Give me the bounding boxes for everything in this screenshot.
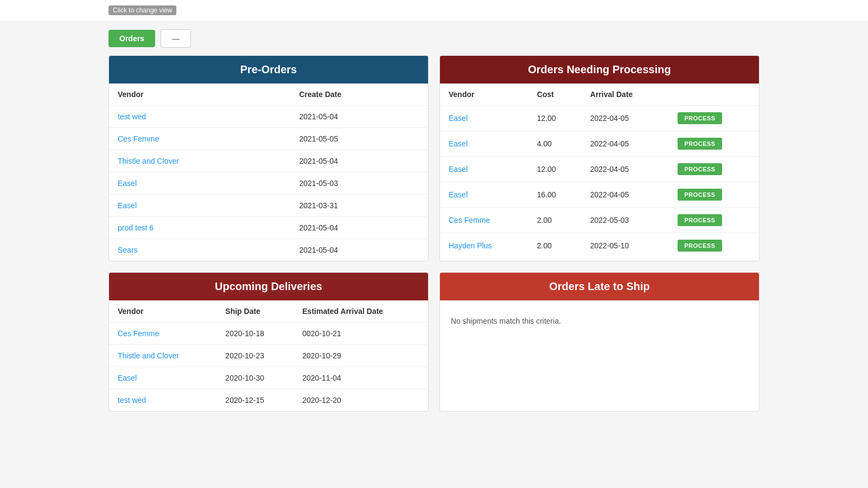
orders-processing-body[interactable]: Vendor Cost Arrival Date Easel 12.00 202… <box>440 84 759 258</box>
vendor-link[interactable]: Easel <box>118 201 137 210</box>
orders-late-panel: Orders Late to Ship No shipments match t… <box>439 272 760 412</box>
vendor-link[interactable]: Thistle and Clover <box>118 157 179 165</box>
table-row: test wed 2020-12-15 2020-12-20 <box>109 389 428 412</box>
vendor-link[interactable]: Easel <box>449 165 468 174</box>
proc-cost: 12.00 <box>528 157 582 182</box>
deliv-ship-date: 2020-12-15 <box>216 389 293 412</box>
proc-arrival: 2022-05-03 <box>582 208 669 233</box>
pre-orders-col-date: Create Date <box>290 84 428 106</box>
process-button[interactable]: PROCESS <box>678 240 722 252</box>
pre-orders-date: 2021-05-04 <box>290 106 428 128</box>
vendor-link[interactable]: Easel <box>449 114 468 123</box>
pre-orders-vendor: Sears <box>109 239 290 261</box>
vendor-link[interactable]: Ces Femme <box>118 134 159 143</box>
vendor-link[interactable]: Sears <box>118 246 138 254</box>
pre-orders-col-vendor: Vendor <box>109 84 290 106</box>
vendor-link[interactable]: Easel <box>118 374 137 382</box>
deliv-col-arrival: Estimated Arrival Date <box>293 300 428 323</box>
vendor-link[interactable]: Easel <box>449 190 468 199</box>
proc-col-arrival: Arrival Date <box>582 84 669 106</box>
upcoming-deliveries-body[interactable]: Vendor Ship Date Estimated Arrival Date … <box>109 300 428 411</box>
vendor-link[interactable]: Ces Femme <box>449 216 490 224</box>
vendor-link[interactable]: Thistle and Clover <box>118 351 179 360</box>
proc-vendor: Easel <box>440 131 528 157</box>
deliv-col-ship: Ship Date <box>216 300 293 323</box>
deliv-vendor: Ces Femme <box>109 323 216 345</box>
table-row: Easel 12.00 2022-04-05 PROCESS <box>440 106 759 131</box>
pre-orders-date: 2021-05-04 <box>290 239 428 261</box>
pre-orders-vendor: test wed <box>109 106 290 128</box>
deliv-arrival-date: 2020-12-20 <box>293 389 428 412</box>
proc-action: PROCESS <box>669 157 759 182</box>
table-row: Thistle and Clover 2021-05-04 <box>109 150 428 172</box>
proc-col-vendor: Vendor <box>440 84 528 106</box>
table-row: Sears 2021-05-04 <box>109 239 428 261</box>
pre-orders-header: Pre-Orders <box>109 56 428 84</box>
deliv-arrival-date: 0020-10-21 <box>293 323 428 345</box>
orders-processing-table: Vendor Cost Arrival Date Easel 12.00 202… <box>440 84 759 258</box>
pre-orders-body[interactable]: Vendor Create Date test wed 2021-05-04 C… <box>109 84 428 261</box>
table-row: Easel 12.00 2022-04-05 PROCESS <box>440 157 759 182</box>
proc-action: PROCESS <box>669 233 759 259</box>
table-row: Ces Femme 2.00 2022-05-03 PROCESS <box>440 208 759 233</box>
process-button[interactable]: PROCESS <box>678 163 722 175</box>
proc-vendor: Easel <box>440 182 528 208</box>
vendor-link[interactable]: Easel <box>118 179 137 188</box>
pre-orders-date: 2021-05-03 <box>290 172 428 195</box>
vendor-link[interactable]: prod test 6 <box>118 223 154 232</box>
vendor-link[interactable]: test wed <box>118 112 146 121</box>
proc-cost: 2.00 <box>528 208 582 233</box>
dash-button[interactable]: — <box>161 29 191 48</box>
pre-orders-vendor: Ces Femme <box>109 128 290 150</box>
upcoming-deliveries-header: Upcoming Deliveries <box>109 273 428 300</box>
pre-orders-date: 2021-05-05 <box>290 128 428 150</box>
table-row: Thistle and Clover 2020-10-23 2020-10-29 <box>109 345 428 367</box>
proc-cost: 16.00 <box>528 182 582 208</box>
vendor-link[interactable]: test wed <box>118 396 146 404</box>
pre-orders-panel: Pre-Orders Vendor Create Date test wed 2… <box>108 55 429 261</box>
proc-arrival: 2022-05-10 <box>582 233 669 259</box>
vendor-link[interactable]: Easel <box>449 139 468 148</box>
orders-processing-panel: Orders Needing Processing Vendor Cost Ar… <box>439 55 760 261</box>
process-button[interactable]: PROCESS <box>678 189 722 201</box>
pre-orders-date: 2021-03-31 <box>290 195 428 217</box>
upcoming-deliveries-panel: Upcoming Deliveries Vendor Ship Date Est… <box>108 272 429 412</box>
table-row: Ces Femme 2020-10-18 0020-10-21 <box>109 323 428 345</box>
vendor-link[interactable]: Ces Femme <box>118 329 159 338</box>
table-row: test wed 2021-05-04 <box>109 106 428 128</box>
table-row: Easel 2020-10-30 2020-11-04 <box>109 367 428 389</box>
change-view-hint[interactable]: Click to change view <box>108 5 176 15</box>
table-row: Easel 2021-03-31 <box>109 195 428 217</box>
proc-arrival: 2022-04-05 <box>582 157 669 182</box>
process-button[interactable]: PROCESS <box>678 214 722 226</box>
main-grid: Pre-Orders Vendor Create Date test wed 2… <box>0 55 868 422</box>
orders-button[interactable]: Orders <box>108 30 155 47</box>
process-button[interactable]: PROCESS <box>678 138 722 150</box>
table-row: prod test 6 2021-05-04 <box>109 217 428 239</box>
vendor-link[interactable]: Hayden Plus <box>449 241 492 250</box>
orders-processing-header: Orders Needing Processing <box>440 56 759 84</box>
orders-late-header: Orders Late to Ship <box>440 273 759 300</box>
proc-action: PROCESS <box>669 106 759 131</box>
no-match-text: No shipments match this criteria. <box>440 300 759 342</box>
proc-vendor: Hayden Plus <box>440 233 528 259</box>
deliv-vendor: Easel <box>109 367 216 389</box>
table-row: Easel 4.00 2022-04-05 PROCESS <box>440 131 759 157</box>
table-row: Hayden Plus 2.00 2022-05-10 PROCESS <box>440 233 759 259</box>
pre-orders-vendor: prod test 6 <box>109 217 290 239</box>
deliv-vendor: Thistle and Clover <box>109 345 216 367</box>
proc-cost: 4.00 <box>528 131 582 157</box>
pre-orders-vendor: Easel <box>109 195 290 217</box>
process-button[interactable]: PROCESS <box>678 112 722 124</box>
table-row: Easel 2021-05-03 <box>109 172 428 195</box>
pre-orders-vendor: Easel <box>109 172 290 195</box>
proc-cost: 2.00 <box>528 233 582 259</box>
deliv-arrival-date: 2020-10-29 <box>293 345 428 367</box>
pre-orders-vendor: Thistle and Clover <box>109 150 290 172</box>
upcoming-deliveries-table: Vendor Ship Date Estimated Arrival Date … <box>109 300 428 411</box>
proc-vendor: Easel <box>440 157 528 182</box>
proc-action: PROCESS <box>669 131 759 157</box>
pre-orders-date: 2021-05-04 <box>290 217 428 239</box>
proc-arrival: 2022-04-05 <box>582 106 669 131</box>
pre-orders-table: Vendor Create Date test wed 2021-05-04 C… <box>109 84 428 261</box>
